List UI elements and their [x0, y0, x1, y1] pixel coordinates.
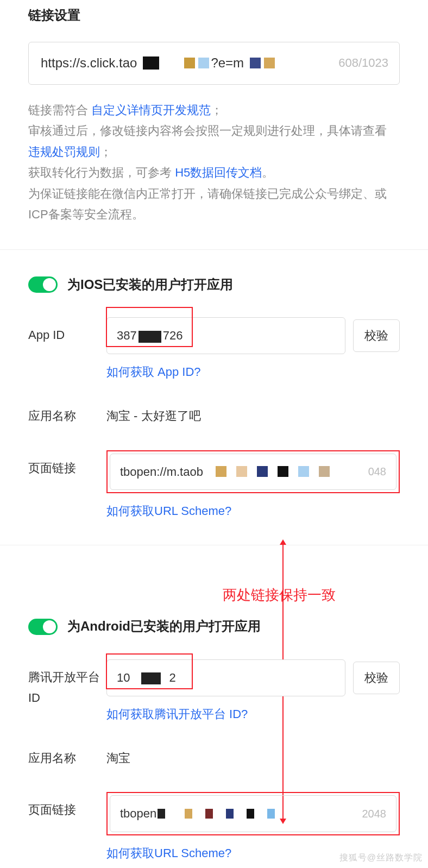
ios-toggle-label: 为IOS已安装的用户打开应用	[67, 274, 233, 296]
android-app-name-label: 应用名称	[28, 740, 106, 768]
android-toggle-label: 为Android已安装的用户打开应用	[67, 615, 261, 638]
watermark: 搜狐号@丝路数学院	[339, 850, 423, 865]
android-page-link-input[interactable]: tbopen 2048	[110, 795, 396, 832]
ios-url-scheme-hint-link[interactable]: 如何获取URL Scheme?	[106, 501, 400, 521]
ios-app-name-value: 淘宝 - 太好逛了吧	[106, 398, 400, 433]
android-verify-button[interactable]: 校验	[353, 662, 400, 694]
android-app-name-value: 淘宝	[106, 740, 400, 776]
link-settings-title: 链接设置	[28, 4, 400, 27]
app-id-input[interactable]: 387726	[106, 317, 345, 354]
divider	[0, 545, 428, 545]
url-value-suffix: ?e=m	[211, 52, 244, 74]
app-id-label: App ID	[28, 317, 106, 345]
ios-toggle[interactable]	[28, 276, 58, 293]
custom-page-spec-link[interactable]: 自定义详情页开发规范	[91, 103, 211, 117]
annotation-text: 两处链接保持一致	[223, 583, 336, 607]
tencent-id-input[interactable]: 102	[106, 659, 345, 696]
app-id-hint-link[interactable]: 如何获取 App ID?	[106, 362, 400, 382]
ios-verify-button[interactable]: 校验	[353, 319, 400, 352]
android-toggle[interactable]	[28, 619, 58, 635]
ios-page-link-label: 页面链接	[28, 450, 106, 478]
url-value: https://s.click.tao	[41, 52, 137, 74]
url-counter: 608/1023	[335, 53, 388, 73]
url-input[interactable]: https://s.click.tao ?e=m 608/1023	[28, 42, 400, 85]
ios-page-link-counter: 048	[366, 462, 386, 481]
android-page-link-label: 页面链接	[28, 792, 106, 820]
violation-rules-link[interactable]: 违规处罚规则	[28, 145, 100, 159]
tencent-id-label: 腾讯开放平台 ID	[28, 659, 106, 708]
divider	[0, 249, 428, 250]
h5-data-doc-link[interactable]: H5数据回传文档	[175, 166, 262, 179]
ios-page-link-input[interactable]: tbopen://m.taob 048	[110, 454, 396, 490]
ios-app-name-label: 应用名称	[28, 398, 106, 426]
help-text: 链接需符合 自定义详情页开发规范； 审核通过后，修改链接内容将会按照一定规则进行…	[28, 100, 400, 225]
android-page-link-counter: 2048	[360, 804, 387, 823]
tencent-id-hint-link[interactable]: 如何获取腾讯开放平台 ID?	[106, 704, 400, 724]
